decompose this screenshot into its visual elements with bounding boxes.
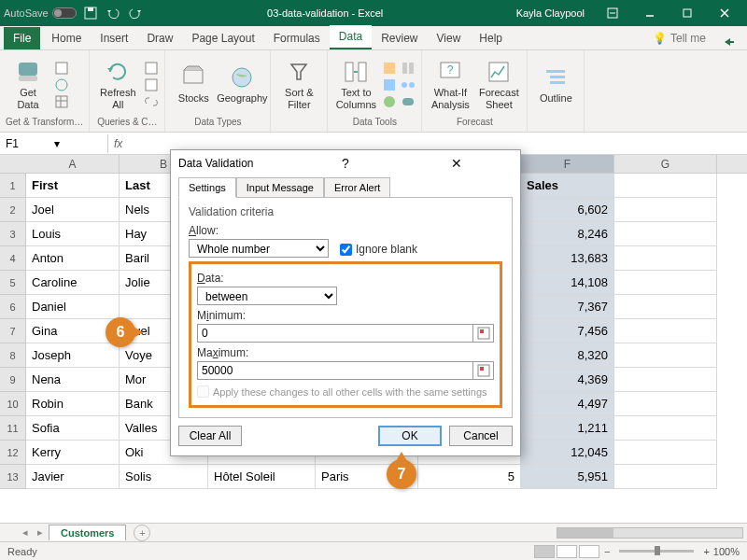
data-select[interactable]: between [197, 287, 337, 305]
row-head[interactable]: 8 [0, 343, 26, 368]
new-sheet-icon[interactable]: + [134, 525, 150, 541]
formula-input[interactable]: fx [108, 137, 747, 150]
dialog-tab-settings[interactable]: Settings [178, 177, 236, 198]
range-picker-icon[interactable] [473, 324, 494, 343]
cell[interactable]: Joel [26, 198, 120, 222]
cell[interactable]: 8,320 [521, 343, 614, 368]
cell[interactable] [614, 319, 717, 343]
cell[interactable]: Javier [26, 465, 120, 489]
cell[interactable]: Hôtel Soleil [208, 465, 316, 489]
cell[interactable]: Kerry [26, 441, 120, 465]
cell[interactable]: 4,369 [521, 368, 614, 392]
close-icon[interactable]: ✕ [402, 156, 513, 171]
data-validation-icon[interactable] [382, 94, 397, 109]
from-table-icon[interactable] [54, 94, 69, 109]
dialog-tab-input-message[interactable]: Input Message [236, 177, 324, 198]
cell[interactable]: First [26, 174, 120, 198]
cell[interactable] [614, 295, 717, 319]
row-head[interactable]: 3 [0, 222, 26, 246]
text-to-columns-button[interactable]: Text to Columns [333, 59, 378, 109]
stocks-button[interactable]: Stocks [171, 64, 216, 104]
cell[interactable] [614, 174, 717, 198]
cell[interactable] [614, 343, 717, 368]
row-head[interactable]: 9 [0, 368, 26, 392]
row-head[interactable]: 1 [0, 174, 26, 198]
outline-button[interactable]: Outline [533, 64, 578, 104]
consolidate-icon[interactable] [401, 61, 416, 76]
get-data-button[interactable]: Get Data [6, 59, 50, 109]
flash-fill-icon[interactable] [382, 61, 397, 76]
page-layout-view-icon[interactable] [557, 545, 577, 558]
cell[interactable]: Robin [26, 392, 120, 416]
cell[interactable] [614, 271, 717, 295]
col-head-g[interactable]: G [614, 155, 717, 173]
horizontal-scrollbar[interactable] [152, 527, 747, 539]
cell[interactable] [614, 198, 717, 222]
tab-help[interactable]: Help [470, 27, 512, 49]
tab-draw[interactable]: Draw [137, 27, 182, 49]
account-name[interactable]: Kayla Claypool [516, 7, 585, 19]
tab-page-layout[interactable]: Page Layout [182, 27, 263, 49]
cell[interactable]: 7,367 [521, 295, 614, 319]
row-head[interactable]: 5 [0, 271, 26, 295]
tell-me-search[interactable]: 💡 Tell me [643, 27, 715, 49]
sheet-tab-customers[interactable]: Customers [49, 525, 126, 540]
name-box[interactable]: F1▾ [0, 134, 108, 153]
minimum-input[interactable] [197, 324, 473, 343]
cell[interactable]: 6,602 [521, 198, 614, 222]
relationships-icon[interactable] [401, 77, 416, 92]
refresh-all-button[interactable]: Refresh All [95, 59, 140, 109]
cell[interactable] [614, 368, 717, 392]
from-web-icon[interactable] [54, 77, 69, 92]
col-head-a[interactable]: A [26, 155, 120, 173]
properties-icon[interactable] [144, 77, 159, 92]
cell[interactable]: Sales [521, 174, 614, 198]
sheet-nav-next-icon[interactable]: ▸ [34, 526, 47, 539]
cell[interactable]: 12,045 [521, 441, 614, 465]
cell[interactable]: Sofia [26, 416, 120, 441]
ignore-blank-checkbox[interactable]: Ignore blank [340, 243, 417, 256]
cell[interactable] [614, 416, 717, 441]
redo-icon[interactable] [127, 5, 144, 21]
page-break-view-icon[interactable] [579, 545, 599, 558]
close-icon[interactable] [706, 0, 743, 26]
zoom-slider[interactable] [619, 550, 694, 553]
what-if-button[interactable]: ? What-If Analysis [428, 59, 472, 109]
cell[interactable]: 14,108 [521, 271, 614, 295]
forecast-sheet-button[interactable]: Forecast Sheet [476, 59, 521, 109]
minimize-icon[interactable] [631, 0, 669, 26]
cell[interactable]: 8,246 [521, 222, 614, 246]
row-head[interactable]: 13 [0, 465, 26, 489]
cell[interactable]: 5,951 [521, 465, 614, 489]
data-model-icon[interactable] [401, 94, 416, 109]
cell[interactable]: Louis [26, 222, 120, 246]
edit-links-icon[interactable] [144, 94, 159, 109]
row-head[interactable]: 2 [0, 198, 26, 222]
cell[interactable]: 4,497 [521, 392, 614, 416]
cell[interactable]: Joseph [26, 343, 120, 368]
cell[interactable] [614, 441, 717, 465]
sort-filter-button[interactable]: Sort & Filter [276, 59, 321, 109]
tab-view[interactable]: View [428, 27, 471, 49]
row-head[interactable]: 4 [0, 246, 26, 271]
allow-select[interactable]: Whole number [189, 239, 329, 258]
sheet-nav-prev-icon[interactable]: ◂ [19, 526, 32, 539]
share-icon[interactable] [715, 35, 743, 49]
tab-review[interactable]: Review [372, 27, 427, 49]
cell[interactable]: Nena [26, 368, 120, 392]
cell[interactable] [614, 246, 717, 271]
cell[interactable]: Caroline [26, 271, 120, 295]
clear-all-button[interactable]: Clear All [178, 426, 242, 446]
cancel-button[interactable]: Cancel [449, 426, 513, 446]
ok-button[interactable]: OK [378, 426, 442, 446]
queries-icon[interactable] [144, 61, 159, 76]
normal-view-icon[interactable] [534, 545, 555, 558]
range-picker-icon[interactable] [473, 361, 494, 380]
from-text-icon[interactable] [54, 61, 69, 76]
row-head[interactable]: 6 [0, 295, 26, 319]
tab-data[interactable]: Data [330, 25, 372, 49]
save-icon[interactable] [82, 5, 99, 21]
cell[interactable]: 13,683 [521, 246, 614, 271]
col-head-f[interactable]: F [521, 155, 614, 173]
tab-insert[interactable]: Insert [91, 27, 137, 49]
